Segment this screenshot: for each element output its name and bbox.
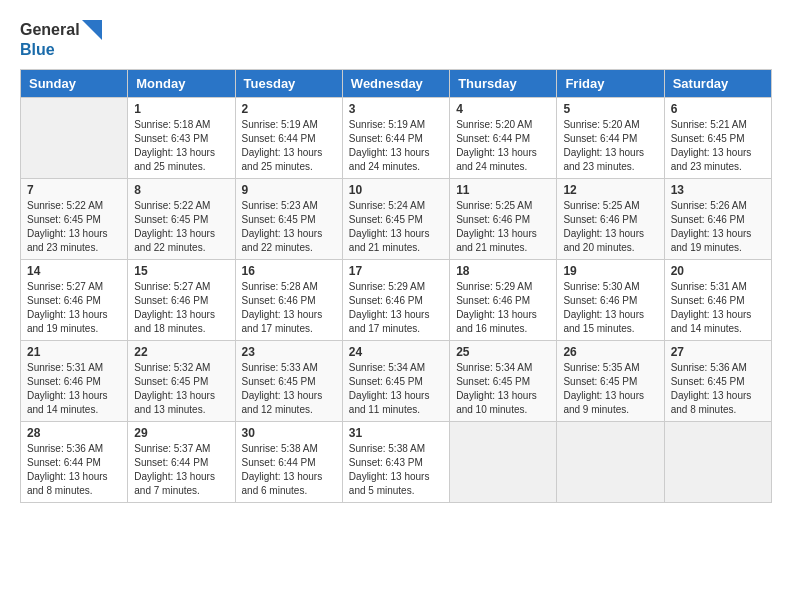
calendar-week-row: 1Sunrise: 5:18 AM Sunset: 6:43 PM Daylig… xyxy=(21,98,772,179)
day-content: Sunrise: 5:23 AM Sunset: 6:45 PM Dayligh… xyxy=(242,199,336,255)
day-number: 6 xyxy=(671,102,765,116)
day-content: Sunrise: 5:29 AM Sunset: 6:46 PM Dayligh… xyxy=(349,280,443,336)
logo-blue: Blue xyxy=(20,40,102,59)
day-content: Sunrise: 5:35 AM Sunset: 6:45 PM Dayligh… xyxy=(563,361,657,417)
day-content: Sunrise: 5:34 AM Sunset: 6:45 PM Dayligh… xyxy=(456,361,550,417)
calendar-cell: 13Sunrise: 5:26 AM Sunset: 6:46 PM Dayli… xyxy=(664,179,771,260)
day-content: Sunrise: 5:24 AM Sunset: 6:45 PM Dayligh… xyxy=(349,199,443,255)
calendar-cell: 21Sunrise: 5:31 AM Sunset: 6:46 PM Dayli… xyxy=(21,341,128,422)
day-number: 29 xyxy=(134,426,228,440)
logo: General Blue xyxy=(20,20,102,59)
logo-general: General xyxy=(20,20,80,39)
calendar-cell: 26Sunrise: 5:35 AM Sunset: 6:45 PM Dayli… xyxy=(557,341,664,422)
calendar-cell: 19Sunrise: 5:30 AM Sunset: 6:46 PM Dayli… xyxy=(557,260,664,341)
day-content: Sunrise: 5:27 AM Sunset: 6:46 PM Dayligh… xyxy=(27,280,121,336)
calendar-cell: 4Sunrise: 5:20 AM Sunset: 6:44 PM Daylig… xyxy=(450,98,557,179)
calendar-day-header: Monday xyxy=(128,70,235,98)
day-number: 7 xyxy=(27,183,121,197)
calendar-day-header: Wednesday xyxy=(342,70,449,98)
day-content: Sunrise: 5:36 AM Sunset: 6:45 PM Dayligh… xyxy=(671,361,765,417)
day-content: Sunrise: 5:26 AM Sunset: 6:46 PM Dayligh… xyxy=(671,199,765,255)
day-number: 15 xyxy=(134,264,228,278)
calendar-cell: 24Sunrise: 5:34 AM Sunset: 6:45 PM Dayli… xyxy=(342,341,449,422)
day-content: Sunrise: 5:37 AM Sunset: 6:44 PM Dayligh… xyxy=(134,442,228,498)
day-number: 4 xyxy=(456,102,550,116)
calendar-cell: 22Sunrise: 5:32 AM Sunset: 6:45 PM Dayli… xyxy=(128,341,235,422)
day-content: Sunrise: 5:20 AM Sunset: 6:44 PM Dayligh… xyxy=(563,118,657,174)
day-number: 26 xyxy=(563,345,657,359)
calendar-day-header: Tuesday xyxy=(235,70,342,98)
day-number: 22 xyxy=(134,345,228,359)
day-number: 17 xyxy=(349,264,443,278)
calendar-cell xyxy=(664,422,771,503)
header: General Blue xyxy=(20,20,772,59)
day-number: 13 xyxy=(671,183,765,197)
day-content: Sunrise: 5:34 AM Sunset: 6:45 PM Dayligh… xyxy=(349,361,443,417)
calendar-cell: 15Sunrise: 5:27 AM Sunset: 6:46 PM Dayli… xyxy=(128,260,235,341)
calendar-cell: 18Sunrise: 5:29 AM Sunset: 6:46 PM Dayli… xyxy=(450,260,557,341)
day-number: 18 xyxy=(456,264,550,278)
day-content: Sunrise: 5:36 AM Sunset: 6:44 PM Dayligh… xyxy=(27,442,121,498)
calendar-cell: 14Sunrise: 5:27 AM Sunset: 6:46 PM Dayli… xyxy=(21,260,128,341)
calendar-cell xyxy=(557,422,664,503)
day-content: Sunrise: 5:25 AM Sunset: 6:46 PM Dayligh… xyxy=(456,199,550,255)
day-number: 23 xyxy=(242,345,336,359)
day-content: Sunrise: 5:18 AM Sunset: 6:43 PM Dayligh… xyxy=(134,118,228,174)
calendar-cell: 6Sunrise: 5:21 AM Sunset: 6:45 PM Daylig… xyxy=(664,98,771,179)
day-content: Sunrise: 5:28 AM Sunset: 6:46 PM Dayligh… xyxy=(242,280,336,336)
calendar-week-row: 21Sunrise: 5:31 AM Sunset: 6:46 PM Dayli… xyxy=(21,341,772,422)
calendar-cell: 16Sunrise: 5:28 AM Sunset: 6:46 PM Dayli… xyxy=(235,260,342,341)
calendar-day-header: Saturday xyxy=(664,70,771,98)
day-number: 25 xyxy=(456,345,550,359)
calendar-cell: 8Sunrise: 5:22 AM Sunset: 6:45 PM Daylig… xyxy=(128,179,235,260)
calendar-cell: 3Sunrise: 5:19 AM Sunset: 6:44 PM Daylig… xyxy=(342,98,449,179)
day-number: 1 xyxy=(134,102,228,116)
logo-arrow-icon xyxy=(82,20,102,40)
calendar-cell: 23Sunrise: 5:33 AM Sunset: 6:45 PM Dayli… xyxy=(235,341,342,422)
day-number: 21 xyxy=(27,345,121,359)
calendar-cell: 5Sunrise: 5:20 AM Sunset: 6:44 PM Daylig… xyxy=(557,98,664,179)
calendar-week-row: 7Sunrise: 5:22 AM Sunset: 6:45 PM Daylig… xyxy=(21,179,772,260)
day-number: 5 xyxy=(563,102,657,116)
day-number: 30 xyxy=(242,426,336,440)
day-number: 8 xyxy=(134,183,228,197)
calendar-cell: 27Sunrise: 5:36 AM Sunset: 6:45 PM Dayli… xyxy=(664,341,771,422)
day-content: Sunrise: 5:19 AM Sunset: 6:44 PM Dayligh… xyxy=(242,118,336,174)
calendar-day-header: Friday xyxy=(557,70,664,98)
day-content: Sunrise: 5:33 AM Sunset: 6:45 PM Dayligh… xyxy=(242,361,336,417)
day-content: Sunrise: 5:31 AM Sunset: 6:46 PM Dayligh… xyxy=(27,361,121,417)
day-number: 2 xyxy=(242,102,336,116)
calendar-cell: 7Sunrise: 5:22 AM Sunset: 6:45 PM Daylig… xyxy=(21,179,128,260)
day-content: Sunrise: 5:19 AM Sunset: 6:44 PM Dayligh… xyxy=(349,118,443,174)
day-content: Sunrise: 5:22 AM Sunset: 6:45 PM Dayligh… xyxy=(27,199,121,255)
logo-text: General Blue xyxy=(20,20,102,59)
calendar-cell: 2Sunrise: 5:19 AM Sunset: 6:44 PM Daylig… xyxy=(235,98,342,179)
day-number: 11 xyxy=(456,183,550,197)
day-content: Sunrise: 5:22 AM Sunset: 6:45 PM Dayligh… xyxy=(134,199,228,255)
day-number: 16 xyxy=(242,264,336,278)
calendar-cell: 25Sunrise: 5:34 AM Sunset: 6:45 PM Dayli… xyxy=(450,341,557,422)
day-number: 28 xyxy=(27,426,121,440)
calendar-cell: 20Sunrise: 5:31 AM Sunset: 6:46 PM Dayli… xyxy=(664,260,771,341)
day-number: 20 xyxy=(671,264,765,278)
calendar-week-row: 14Sunrise: 5:27 AM Sunset: 6:46 PM Dayli… xyxy=(21,260,772,341)
day-content: Sunrise: 5:32 AM Sunset: 6:45 PM Dayligh… xyxy=(134,361,228,417)
day-number: 3 xyxy=(349,102,443,116)
calendar-day-header: Sunday xyxy=(21,70,128,98)
svg-marker-0 xyxy=(82,20,102,40)
calendar-cell: 11Sunrise: 5:25 AM Sunset: 6:46 PM Dayli… xyxy=(450,179,557,260)
calendar-cell: 29Sunrise: 5:37 AM Sunset: 6:44 PM Dayli… xyxy=(128,422,235,503)
calendar-cell: 31Sunrise: 5:38 AM Sunset: 6:43 PM Dayli… xyxy=(342,422,449,503)
calendar-table: SundayMondayTuesdayWednesdayThursdayFrid… xyxy=(20,69,772,503)
day-content: Sunrise: 5:25 AM Sunset: 6:46 PM Dayligh… xyxy=(563,199,657,255)
day-content: Sunrise: 5:31 AM Sunset: 6:46 PM Dayligh… xyxy=(671,280,765,336)
day-content: Sunrise: 5:38 AM Sunset: 6:44 PM Dayligh… xyxy=(242,442,336,498)
calendar-cell: 28Sunrise: 5:36 AM Sunset: 6:44 PM Dayli… xyxy=(21,422,128,503)
day-content: Sunrise: 5:38 AM Sunset: 6:43 PM Dayligh… xyxy=(349,442,443,498)
calendar-cell: 17Sunrise: 5:29 AM Sunset: 6:46 PM Dayli… xyxy=(342,260,449,341)
day-number: 27 xyxy=(671,345,765,359)
day-content: Sunrise: 5:27 AM Sunset: 6:46 PM Dayligh… xyxy=(134,280,228,336)
calendar-header-row: SundayMondayTuesdayWednesdayThursdayFrid… xyxy=(21,70,772,98)
calendar-cell: 9Sunrise: 5:23 AM Sunset: 6:45 PM Daylig… xyxy=(235,179,342,260)
calendar-cell: 1Sunrise: 5:18 AM Sunset: 6:43 PM Daylig… xyxy=(128,98,235,179)
